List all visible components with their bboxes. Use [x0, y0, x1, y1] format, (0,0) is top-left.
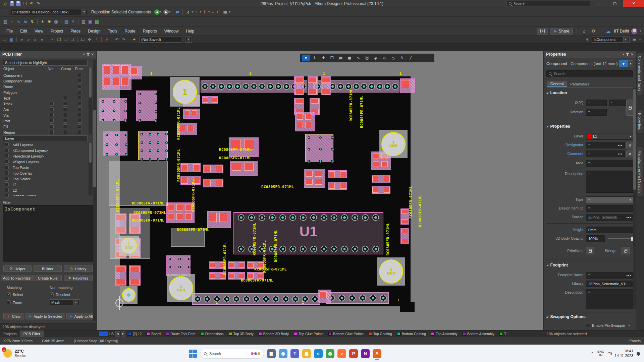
dock-tab-manufacturer-part-search[interactable]: Manufacturer Part Search	[636, 147, 643, 196]
save-icon[interactable]	[10, 1, 14, 6]
resistor-component[interactable]	[202, 96, 218, 104]
layer-tab[interactable]: Route Tool Path	[163, 330, 198, 337]
hatch-fill-icon[interactable]: ▨	[2, 19, 9, 25]
menu-place[interactable]: Place	[67, 29, 84, 34]
altium-icon[interactable]: A	[373, 349, 381, 358]
panel-scrollbar[interactable]	[93, 110, 96, 187]
object-row[interactable]: Pad	[3, 118, 88, 124]
height-field[interactable]: 0mm	[586, 227, 634, 233]
resistor-component[interactable]	[321, 76, 331, 95]
edge-icon[interactable]: e	[314, 349, 323, 358]
tab-general[interactable]: General	[547, 81, 567, 87]
dock-tab-comments-and-tasks[interactable]: Comments and Tasks	[636, 52, 643, 95]
path-combo-dropdown[interactable]: ▾	[82, 9, 86, 15]
mounting-hole[interactable]: 1GND	[167, 274, 195, 302]
redo-icon[interactable]: ↷	[120, 37, 127, 43]
free-checkbox[interactable]	[78, 90, 82, 94]
chip-component[interactable]	[166, 202, 195, 223]
free-checkbox[interactable]	[78, 96, 82, 100]
paste-icon[interactable]: ❒	[62, 37, 69, 43]
comp-checkbox[interactable]	[63, 113, 67, 117]
route-icon[interactable]: ∿	[354, 55, 362, 61]
cross-select-icon[interactable]: ⇄	[174, 9, 181, 15]
layer-row[interactable]: L1	[13, 183, 17, 187]
empty-combo[interactable]: ▾	[185, 37, 192, 43]
net-checkbox[interactable]	[50, 113, 54, 117]
footprint-name-field[interactable]: *•••	[586, 272, 634, 279]
select-area-icon[interactable]: ☐	[328, 55, 336, 61]
copy-icon[interactable]: ❐	[56, 37, 62, 43]
filter-icon[interactable]: ▼	[302, 55, 310, 61]
avatar[interactable]	[631, 28, 637, 34]
pcb-editor-canvas[interactable]: ▼✛✚☐▤▦∿Ⓜ◈☼◇A╱ U11GND1GND1GND1GND1 RC0805…	[97, 51, 543, 330]
string-icon[interactable]: A	[70, 19, 76, 25]
filter-expression-input[interactable]: IsComponent	[3, 205, 93, 262]
zoom-doc-icon[interactable]: ⌕	[18, 37, 25, 43]
net-checkbox[interactable]	[50, 107, 54, 111]
primitives-lock-button[interactable]	[586, 247, 594, 254]
wand-icon[interactable]: ✦	[131, 37, 138, 43]
layer-checkbox[interactable]	[5, 165, 9, 169]
object-row[interactable]: Via	[3, 112, 88, 118]
net-checkbox[interactable]	[50, 119, 54, 123]
net-checkbox[interactable]	[50, 130, 54, 134]
menu-tools[interactable]: Tools	[104, 29, 121, 34]
chip-component[interactable]	[138, 131, 168, 160]
connector-component[interactable]	[192, 293, 320, 305]
share-button[interactable]: ➤ Share	[550, 28, 572, 35]
resistor-component[interactable]	[372, 186, 390, 194]
undo-icon[interactable]: ↶	[114, 37, 120, 43]
object-row[interactable]: Room	[3, 84, 88, 89]
resistor-component[interactable]	[180, 163, 201, 172]
layer-select[interactable]: L1 ▾	[586, 133, 634, 140]
highlight-icon[interactable]: ☼	[380, 55, 388, 61]
undo-icon[interactable]: ↶	[28, 1, 35, 7]
task-view-icon[interactable]: ▦	[267, 349, 276, 358]
language-indicator[interactable]: ENGIN	[597, 350, 604, 357]
network-icon[interactable]: ◠))	[608, 351, 611, 356]
onenote-icon[interactable]: N	[361, 349, 370, 358]
layer-checkbox[interactable]	[5, 188, 9, 192]
align-icon[interactable]: ⫴	[201, 9, 208, 15]
library-field[interactable]: 28Pins_Schematic_V1I	[586, 281, 634, 287]
layer-scrollbar[interactable]	[89, 142, 92, 163]
net-checkbox[interactable]	[50, 124, 54, 128]
clear-button[interactable]: ▼Clear	[3, 313, 24, 319]
active-layer-swatch[interactable]	[99, 331, 108, 336]
redo-icon[interactable]: ↷	[35, 1, 42, 7]
chip-component[interactable]	[102, 64, 131, 90]
rotation-field[interactable]: *	[586, 109, 607, 116]
deselect-checkbox[interactable]	[50, 292, 54, 296]
save-icon[interactable]: ▣	[8, 37, 15, 43]
zoom-area-icon[interactable]: ⌕	[25, 37, 32, 43]
filter-expression-combo[interactable]: IsComponent ▾	[592, 37, 630, 43]
measure-m-icon[interactable]: Ⓜ	[363, 55, 371, 61]
select-checkbox[interactable]	[7, 292, 11, 296]
layer-checkbox[interactable]	[5, 160, 9, 164]
object-row[interactable]: Component Body	[3, 78, 88, 84]
zoom-selected-icon[interactable]: ⌕	[32, 37, 39, 43]
object-scrollbar[interactable]	[89, 67, 92, 98]
chip-component[interactable]	[136, 90, 157, 121]
opacity-slider[interactable]	[608, 238, 632, 239]
not-saved-combo[interactable]: (Not Saved)	[140, 37, 182, 43]
object-row[interactable]: Text	[3, 95, 88, 101]
layer-tab[interactable]: Bottom Glue Points	[326, 330, 366, 337]
section-footprint[interactable]: Footprint	[546, 263, 568, 267]
x-field[interactable]: *	[586, 100, 607, 106]
back-icon[interactable]: ◀	[154, 9, 160, 15]
resistor-component[interactable]	[400, 228, 409, 244]
panel-dropdown-icon[interactable]: ▾	[623, 53, 625, 56]
close-button[interactable]: ✕	[623, 0, 644, 7]
free-checkbox[interactable]	[78, 102, 82, 106]
add-icon[interactable]: ✚	[319, 55, 327, 61]
strings-unlock-button[interactable]	[622, 247, 630, 254]
layer-checkbox[interactable]	[5, 142, 9, 146]
section-location[interactable]: Location	[546, 90, 567, 95]
type-select[interactable]: *▾	[586, 196, 634, 203]
path-combo[interactable]: D:\Transfer To Desktop\Local Disk\ ▾	[10, 9, 88, 15]
properties-scrollbar[interactable]	[633, 89, 636, 190]
menu-route[interactable]: Route	[121, 29, 139, 34]
layer-row[interactable]: <All Layers>	[13, 143, 33, 147]
chip-component[interactable]	[129, 66, 142, 79]
